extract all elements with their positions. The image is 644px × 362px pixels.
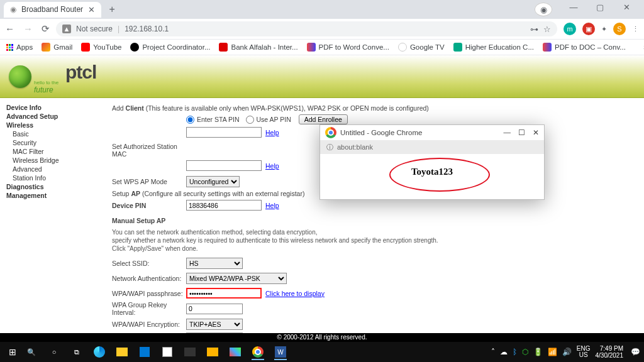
gmail-bookmark[interactable]: Gmail — [42, 43, 72, 52]
account-icon[interactable]: ◉ — [535, 3, 552, 16]
ext-icon-1[interactable]: m — [564, 23, 576, 35]
chrome-icon — [252, 346, 264, 358]
back-button[interactable]: ← — [5, 23, 14, 35]
window-maximize[interactable]: ▢ — [591, 3, 609, 16]
popup-close[interactable]: ✕ — [533, 128, 539, 137]
address-bar[interactable]: ▲ Not secure | 192.168.10.1 ⊶ ☆ — [56, 21, 557, 36]
gmail-icon — [42, 43, 50, 52]
passphrase-input[interactable] — [186, 288, 262, 299]
sidebar-item-device-info[interactable]: Device Info — [6, 103, 80, 112]
tray-notifications-icon[interactable]: 💬 — [631, 348, 640, 356]
youtube-bookmark[interactable]: YouTube — [81, 43, 121, 52]
tb-edge[interactable] — [89, 344, 109, 360]
popup-password-text: Toyota123 — [320, 167, 544, 177]
add-enrollee-button[interactable]: Add Enrollee — [299, 114, 348, 124]
ssid-select[interactable]: HS — [186, 258, 243, 269]
popup-minimize[interactable]: — — [504, 128, 511, 137]
tb-folder[interactable] — [203, 344, 223, 360]
ptcl-logo: ptcl hello to the future — [9, 58, 109, 94]
extensions-icon[interactable]: ✦ — [601, 25, 607, 33]
star-icon[interactable]: ☆ — [543, 25, 551, 34]
tb-cortana[interactable]: ○ — [44, 344, 64, 360]
sidebar-item-diagnostics[interactable]: Diagnostics — [6, 182, 80, 191]
sidebar-item-advanced-setup[interactable]: Advanced Setup — [6, 112, 80, 121]
auth-select[interactable]: Mixed WPA2/WPA -PSK — [186, 273, 287, 284]
enter-sta-radio[interactable] — [186, 116, 194, 124]
tray-lang[interactable]: ENG US — [577, 346, 591, 358]
tray-onedrive-icon[interactable]: ☁ — [500, 348, 508, 356]
tb-word[interactable]: W — [270, 344, 291, 360]
router-header: ptcl hello to the future — [0, 55, 644, 98]
help-link-2[interactable]: Help — [265, 162, 279, 170]
tb-taskview[interactable]: ⧉ — [67, 344, 87, 360]
key-icon[interactable]: ⊶ — [530, 25, 538, 34]
hec-bookmark[interactable]: Higher Education C... — [453, 43, 534, 52]
tb-calendar[interactable] — [157, 344, 177, 360]
reload-button[interactable]: ⟳ — [42, 23, 50, 35]
sidebar-item-management[interactable]: Management — [6, 191, 80, 200]
pdfdoc-bookmark[interactable]: PDF to DOC – Conv... — [543, 43, 626, 52]
ext-icon-2[interactable]: ▣ — [582, 23, 595, 35]
youtube-icon — [81, 43, 90, 52]
tb-store[interactable] — [135, 344, 155, 360]
chrome-icon — [325, 127, 336, 138]
sidebar-item-wireless-bridge[interactable]: Wireless Bridge — [6, 156, 80, 165]
sidebar-item-station-info[interactable]: Station Info — [6, 173, 80, 182]
tb-explorer[interactable] — [112, 344, 132, 360]
window-minimize[interactable]: — — [565, 3, 582, 16]
sidebar-item-basic[interactable]: Basic — [6, 129, 80, 138]
tray-antivirus-icon[interactable]: ⬡ — [522, 348, 528, 356]
tab-bar: ◉ Broadband Router ✕ + ◉ — ▢ ✕ — [0, 0, 644, 19]
tray-battery-icon[interactable]: 🔋 — [533, 348, 543, 356]
rekey-input[interactable] — [186, 304, 243, 314]
windows-taskbar: ⊞ 🔍 ○ ⧉ W ˄ ☁ ᛒ ⬡ 🔋 📶 🔊 ENG US 7:49 PM 4… — [0, 342, 644, 362]
bank-icon — [219, 43, 228, 52]
browser-chrome: ◉ Broadband Router ✕ + ◉ — ▢ ✕ ← → ⟳ ▲ N… — [0, 0, 644, 55]
url-text: 192.168.10.1 — [125, 25, 169, 33]
tab-close-icon[interactable]: ✕ — [88, 5, 95, 14]
pdfword-bookmark[interactable]: PDF to Word Conve... — [307, 43, 389, 52]
tb-movies[interactable] — [180, 344, 200, 360]
page-footer: © 2000-2012 All rights reserved. — [0, 333, 644, 342]
tb-paint[interactable] — [225, 344, 245, 360]
tray-volume-icon[interactable]: 🔊 — [562, 348, 572, 356]
tray-bluetooth-icon[interactable]: ᛒ — [513, 348, 517, 356]
tray-wifi-icon[interactable]: 📶 — [548, 348, 557, 356]
popup-titlebar[interactable]: Untitled - Google Chrome — ☐ ✕ — [320, 125, 544, 140]
tab-title: Broadband Router — [21, 5, 83, 14]
use-ap-radio[interactable] — [246, 116, 254, 124]
popup-address-bar[interactable]: ⓘ about:blank — [320, 140, 544, 154]
auth-mac-input[interactable] — [186, 160, 262, 171]
encryption-select[interactable]: TKIP+AES — [186, 319, 243, 330]
sidebar-item-security[interactable]: Security — [6, 138, 80, 147]
start-button[interactable]: ⊞ — [4, 347, 21, 357]
window-close[interactable]: ✕ — [618, 3, 635, 16]
profile-avatar[interactable]: S — [613, 23, 626, 35]
sta-pin-input[interactable] — [186, 127, 262, 138]
sidebar-item-mac-filter[interactable]: MAC Filter — [6, 147, 80, 156]
popup-maximize[interactable]: ☐ — [518, 128, 525, 137]
browser-tab[interactable]: ◉ Broadband Router ✕ — [4, 2, 101, 18]
sidebar-item-advanced[interactable]: Advanced — [6, 165, 80, 173]
help-link-1[interactable]: Help — [265, 129, 279, 136]
tb-chrome[interactable] — [248, 344, 268, 360]
new-tab-button[interactable]: + — [105, 3, 119, 16]
sidebar-item-wireless[interactable]: Wireless — [6, 121, 80, 129]
tray-up-icon[interactable]: ˄ — [491, 348, 495, 356]
help-link-3[interactable]: Help — [265, 202, 279, 209]
proj-bookmark[interactable]: Project Coordinator... — [130, 43, 210, 52]
gtv-bookmark[interactable]: Google TV — [398, 43, 445, 52]
device-pin-input[interactable] — [186, 200, 262, 211]
tray-clock[interactable]: 7:49 PM 4/30/2021 — [596, 345, 626, 359]
apps-bookmark[interactable]: Apps — [6, 43, 33, 51]
logo-orb-icon — [9, 65, 31, 88]
tb-search[interactable]: 🔍 — [21, 344, 42, 360]
forward-button[interactable]: → — [23, 23, 33, 35]
wps-mode-select[interactable]: Unconfigured — [186, 176, 240, 187]
bank-bookmark[interactable]: Bank Alfalah - Inter... — [219, 43, 297, 52]
pdf-icon — [307, 43, 316, 52]
display-pass-link[interactable]: Click here to display — [265, 290, 325, 297]
bookmarks-bar: Apps Gmail YouTube Project Coordinator..… — [0, 39, 644, 55]
security-label: Not secure — [76, 25, 113, 33]
menu-icon[interactable]: ⋮ — [632, 25, 639, 33]
